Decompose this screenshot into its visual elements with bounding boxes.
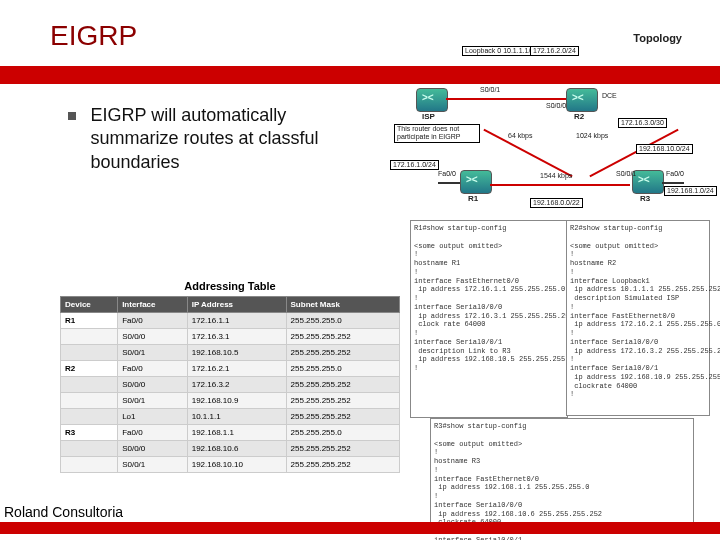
bullet-icon (68, 112, 76, 120)
table-cell: 255.255.255.252 (286, 329, 399, 345)
table-cell (61, 393, 118, 409)
table-cell: 192.168.10.9 (187, 393, 286, 409)
table-cell: 192.168.10.6 (187, 441, 286, 457)
table-cell (61, 457, 118, 473)
table-cell: 192.168.10.5 (187, 345, 286, 361)
table-cell: Fa0/0 (118, 361, 188, 377)
table-cell: S0/0/1 (118, 457, 188, 473)
table-cell: 192.168.10.10 (187, 457, 286, 473)
bottom-bar (0, 522, 720, 534)
table-cell: Fa0/0 (118, 313, 188, 329)
net172-box: 172.16.2.0/24 (530, 46, 579, 56)
net17216-box: 172.16.1.0/24 (390, 160, 439, 170)
table-row: Lo110.1.1.1255.255.255.252 (61, 409, 400, 425)
table-cell: R1 (61, 313, 118, 329)
table-row: R2Fa0/0172.16.2.1255.255.255.0 (61, 361, 400, 377)
table-cell: 172.16.2.1 (187, 361, 286, 377)
table-row: S0/0/1192.168.10.5255.255.255.252 (61, 345, 400, 361)
topology-title: Topology (633, 32, 682, 44)
router-r2 (566, 88, 598, 112)
router-r1 (460, 170, 492, 194)
table-row: R1Fa0/0172.16.1.1255.255.255.0 (61, 313, 400, 329)
link-isp-r2 (446, 98, 566, 100)
config-r1: R1#show startup-config <some output omit… (410, 220, 568, 418)
table-cell: S0/0/1 (118, 345, 188, 361)
addressing-title: Addressing Table (60, 280, 400, 292)
slide-title: EIGRP (50, 20, 137, 52)
bw64-label: 64 kbps (508, 132, 533, 139)
dce-label: DCE (602, 92, 617, 99)
s001-label: S0/0/1 (616, 170, 636, 177)
table-cell: 255.255.255.0 (286, 361, 399, 377)
table-header: Subnet Mask (286, 297, 399, 313)
table-header: Interface (118, 297, 188, 313)
table-row: S0/0/0192.168.10.6255.255.255.252 (61, 441, 400, 457)
bullet-text: EIGRP will automatically summarize route… (90, 104, 350, 174)
r1-lan (438, 182, 460, 184)
addr-table: DeviceInterfaceIP AddressSubnet Mask R1F… (60, 296, 400, 473)
table-cell: 172.16.3.2 (187, 377, 286, 393)
table-cell: R3 (61, 425, 118, 441)
table-cell: Fa0/0 (118, 425, 188, 441)
table-cell (61, 377, 118, 393)
table-cell: 255.255.255.252 (286, 345, 399, 361)
table-row: R3Fa0/0192.168.1.1255.255.255.0 (61, 425, 400, 441)
r3-fa-label: Fa0/0 (666, 170, 684, 177)
link-r1-r3 (490, 184, 630, 186)
bw1544-label: 1544 kbps (540, 172, 572, 179)
r1-fa-label: Fa0/0 (438, 170, 456, 177)
bullet-block: EIGRP will automatically summarize route… (68, 104, 368, 174)
table-cell: 255.255.255.252 (286, 409, 399, 425)
table-cell: 255.255.255.252 (286, 441, 399, 457)
net19216810-box: 192.168.10.0/24 (636, 144, 693, 154)
table-cell: 192.168.1.1 (187, 425, 286, 441)
table-row: S0/0/1192.168.10.10255.255.255.252 (61, 457, 400, 473)
table-cell (61, 441, 118, 457)
table-cell: S0/0/0 (118, 329, 188, 345)
r1-label: R1 (468, 194, 478, 203)
s000-label: S0/0/0 (546, 102, 566, 109)
table-cell: 255.255.255.252 (286, 457, 399, 473)
table-cell: 255.255.255.252 (286, 393, 399, 409)
table-cell: S0/0/0 (118, 441, 188, 457)
net17230-box: 172.16.3.0/30 (618, 118, 667, 128)
config-r2: R2#show startup-config <some output omit… (566, 220, 710, 416)
table-cell: R2 (61, 361, 118, 377)
footer-text: Roland Consultoria (4, 504, 123, 520)
table-row: S0/0/1192.168.10.9255.255.255.252 (61, 393, 400, 409)
table-cell: 172.16.3.1 (187, 329, 286, 345)
table-header: Device (61, 297, 118, 313)
table-cell: S0/0/1 (118, 393, 188, 409)
topology-diagram: Topology Loopback 0 10.1.1.1/30 172.16.2… (380, 32, 690, 212)
router-r3 (632, 170, 664, 194)
table-cell: 10.1.1.1 (187, 409, 286, 425)
config-r3: R3#show startup-config <some output omit… (430, 418, 694, 526)
table-cell: 255.255.255.252 (286, 377, 399, 393)
table-row: S0/0/0172.16.3.2255.255.255.252 (61, 377, 400, 393)
table-header: IP Address (187, 297, 286, 313)
table-cell (61, 409, 118, 425)
slide: EIGRP EIGRP will automatically summarize… (0, 0, 720, 540)
table-cell: S0/0/0 (118, 377, 188, 393)
r2-label: R2 (574, 112, 584, 121)
table-cell: Lo1 (118, 409, 188, 425)
r3-lan (662, 182, 684, 184)
table-cell: 172.16.1.1 (187, 313, 286, 329)
note-box: This router does not participate in EIGR… (394, 124, 480, 143)
router-isp (416, 88, 448, 112)
r3-label: R3 (640, 194, 650, 203)
addressing-table: Addressing Table DeviceInterfaceIP Addre… (60, 280, 400, 473)
table-cell (61, 329, 118, 345)
table-cell (61, 345, 118, 361)
bw1024-label: 1024 kbps (576, 132, 608, 139)
table-row: S0/0/0172.16.3.1255.255.255.252 (61, 329, 400, 345)
ispnet-box: 192.168.1.0/24 (664, 186, 717, 196)
isp-label: ISP (422, 112, 435, 121)
table-cell: 255.255.255.0 (286, 313, 399, 329)
table-cell: 255.255.255.0 (286, 425, 399, 441)
link-isp-if: S0/0/1 (480, 86, 500, 93)
sum-box: 192.168.0.0/22 (530, 198, 583, 208)
